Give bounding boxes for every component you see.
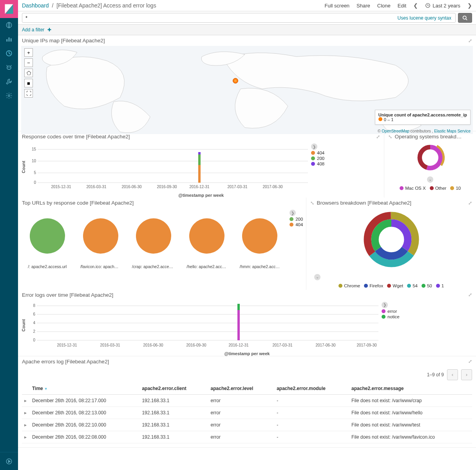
legend-item[interactable]: Chrome	[338, 283, 360, 288]
svg-point-9	[9, 67, 10, 68]
col-time[interactable]: Time▼	[30, 383, 139, 395]
os-donut-chart[interactable]	[414, 142, 446, 173]
legend-item[interactable]: Firefox	[364, 283, 383, 288]
nav-visualize-icon[interactable]	[0, 32, 18, 46]
table-cell: File does not exist: /var/www/crap	[349, 394, 472, 406]
browsers-donut-chart[interactable]	[360, 208, 423, 271]
pie-label: /: apache2.access.url	[28, 264, 67, 269]
legend-item[interactable]: notice	[387, 314, 400, 319]
svg-text:2016-12-31: 2016-12-31	[228, 343, 249, 347]
legend-item[interactable]: Other	[430, 186, 447, 191]
legend-toggle-icon[interactable]: ❯	[311, 143, 317, 150]
response-codes-chart[interactable]: 151050 2015-12-312016-03-312016-06-30201…	[26, 143, 308, 191]
row-expand-icon[interactable]: ▸	[22, 431, 30, 443]
table-cell: -	[274, 431, 349, 443]
table-row[interactable]: ▸December 26th 2016, 08:22:10.000192.168…	[22, 419, 472, 431]
pie-chart[interactable]	[241, 218, 279, 255]
table-cell: error	[208, 406, 275, 419]
legend-item[interactable]: 200	[317, 156, 324, 161]
expand-icon[interactable]: ⤢	[468, 38, 472, 44]
table-cell: 192.168.33.1	[139, 394, 208, 406]
legend-item[interactable]: error	[387, 309, 397, 314]
draw-polygon-button[interactable]: ⬠	[24, 69, 33, 77]
expand-icon[interactable]: ⤡	[310, 200, 314, 206]
search-hint-link[interactable]: Uses lucene query syntax	[398, 15, 451, 21]
error-logs-chart[interactable]: 86420 2015-12-312016-03-312016-06-302016…	[26, 302, 378, 349]
legend-item[interactable]: 404	[317, 151, 324, 155]
nav-management-icon[interactable]	[0, 89, 18, 103]
expand-icon[interactable]: ⤢	[468, 200, 472, 206]
pie-chart[interactable]	[135, 218, 172, 255]
legend-toggle-icon[interactable]: ⌄	[427, 176, 433, 183]
col-level[interactable]: apache2.error.level	[208, 383, 275, 395]
pie-chart[interactable]	[82, 218, 119, 255]
pagination-label: 1–9 of 9	[427, 372, 444, 377]
search-input[interactable]	[25, 15, 382, 21]
legend-toggle-icon[interactable]: ⌄	[314, 274, 320, 280]
nav-timelion-icon[interactable]	[0, 60, 18, 74]
ems-link[interactable]: Elastic Maps Service	[434, 129, 471, 133]
legend-item[interactable]: 200	[295, 217, 303, 221]
zoom-out-button[interactable]: −	[24, 58, 33, 67]
errors-table: Time▼ apache2.error.client apache2.error…	[22, 383, 472, 443]
search-button[interactable]	[458, 13, 472, 23]
table-cell: 192.168.33.1	[139, 431, 208, 443]
page-next-button[interactable]: ›	[461, 369, 472, 380]
svg-text:2016-03-31: 2016-03-31	[100, 343, 120, 347]
edit-button[interactable]: Edit	[398, 3, 406, 9]
row-expand-icon[interactable]: ▸	[22, 419, 30, 431]
legend-item[interactable]: Mac OS X	[400, 186, 425, 191]
legend-toggle-icon[interactable]: ❯	[382, 302, 388, 308]
table-row[interactable]: ▸December 26th 2016, 08:22:13.000192.168…	[22, 406, 472, 419]
nav-discover-icon[interactable]	[0, 18, 18, 32]
search-icon	[462, 15, 468, 21]
share-button[interactable]: Share	[357, 3, 370, 9]
legend-toggle-icon[interactable]: ❯	[290, 210, 296, 216]
row-expand-icon[interactable]: ▸	[22, 406, 30, 419]
legend-item[interactable]: 404	[295, 222, 303, 227]
table-cell: File does not exist: /var/www/favicon.ic…	[349, 431, 472, 443]
add-filter-button[interactable]: Add a filter ✚	[22, 27, 51, 33]
map-marker[interactable]	[233, 78, 238, 83]
fit-bounds-button[interactable]: ⛶	[24, 89, 33, 98]
svg-text:2015-12-31: 2015-12-31	[51, 185, 71, 189]
table-row[interactable]: ▸December 26th 2016, 08:22:08.000192.168…	[22, 431, 472, 443]
pie-chart[interactable]	[188, 218, 226, 255]
svg-text:5: 5	[34, 171, 36, 175]
col-client[interactable]: apache2.error.client	[139, 383, 208, 395]
pie-chart[interactable]	[29, 218, 66, 255]
draw-rect-button[interactable]: ■	[24, 79, 33, 87]
time-next-icon[interactable]: ❯	[467, 2, 472, 9]
table-cell: December 26th 2016, 08:22:17.000	[30, 394, 139, 406]
x-axis-label: @timestamp per week	[18, 351, 476, 356]
nav-collapse-icon[interactable]	[0, 452, 18, 470]
zoom-in-button[interactable]: +	[24, 48, 33, 57]
legend-item[interactable]: 54	[407, 283, 418, 288]
legend-item[interactable]: 10	[450, 186, 461, 191]
legend-item[interactable]: 50	[422, 283, 432, 288]
col-module[interactable]: apache2.error.module	[274, 383, 349, 395]
row-expand-icon[interactable]: ▸	[22, 394, 30, 406]
breadcrumb-root[interactable]: Dashboard	[22, 2, 49, 9]
fullscreen-button[interactable]: Full screen	[325, 3, 350, 9]
svg-text:2017-06-30: 2017-06-30	[262, 185, 283, 189]
osm-link[interactable]: OpenStreetMap	[382, 129, 409, 133]
col-message[interactable]: apache2.error.message	[349, 383, 472, 395]
time-prev-icon[interactable]: ❮	[413, 2, 418, 9]
table-cell: File does not exist: /var/www/test	[349, 419, 472, 431]
nav-dashboard-icon[interactable]	[0, 46, 18, 60]
legend-item[interactable]: 1	[436, 283, 444, 288]
legend-item[interactable]: 408	[317, 162, 324, 166]
expand-icon[interactable]: ⤢	[376, 134, 380, 140]
clone-button[interactable]: Clone	[377, 3, 391, 9]
expand-icon[interactable]: ⤢	[468, 292, 472, 298]
legend-item[interactable]: Wget	[387, 283, 403, 288]
page-prev-button[interactable]: ‹	[447, 369, 458, 380]
time-picker[interactable]: Last 2 years	[425, 3, 460, 9]
expand-icon[interactable]: ⤢	[468, 359, 472, 364]
kibana-logo[interactable]	[0, 0, 18, 18]
expand-icon[interactable]: ⤡	[388, 134, 392, 140]
table-row[interactable]: ▸December 26th 2016, 08:22:17.000192.168…	[22, 394, 472, 406]
nav-devtools-icon[interactable]	[0, 74, 18, 89]
map-canvas[interactable]: + − ⬠ ■ ⛶ Unique count of apache2.access…	[21, 46, 473, 134]
